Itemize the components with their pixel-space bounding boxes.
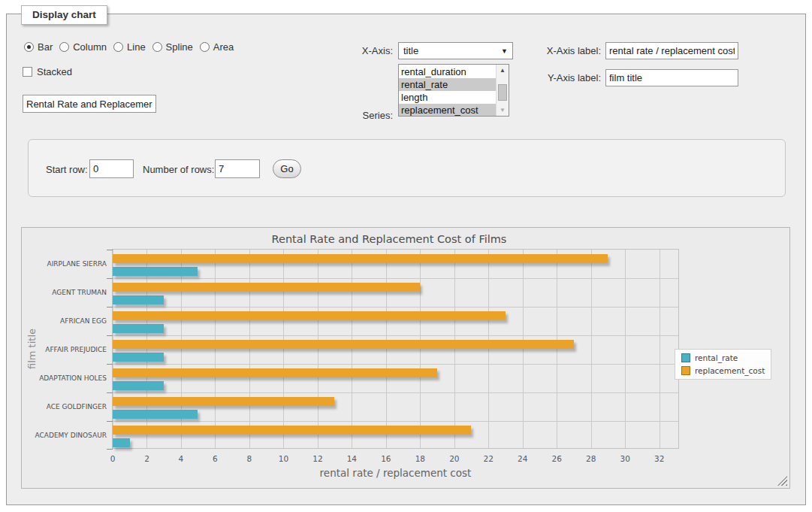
gridline-vertical [454, 250, 455, 448]
x-tick-label: 2 [131, 454, 161, 463]
scrollbar-thumb[interactable] [498, 84, 507, 101]
legend-label: rental_rate [695, 353, 738, 362]
start-row-input[interactable] [89, 159, 134, 178]
gridline-vertical [249, 250, 250, 448]
x-tick-label: 8 [234, 454, 264, 463]
x-tick-label: 16 [371, 454, 401, 463]
x-axis-label-input[interactable] [605, 42, 738, 59]
gridline-vertical [386, 250, 387, 448]
bar-rental_rate [113, 324, 164, 333]
category-label: AIRPLANE SIERRA [24, 260, 107, 268]
radio-icon[interactable] [24, 42, 34, 52]
y-tick-mark [107, 335, 113, 336]
legend-entry-rental_rate: rental_rate [681, 353, 765, 362]
legend-swatch [681, 353, 690, 362]
y-tick-mark [107, 449, 113, 450]
series-option-replacement_cost[interactable]: replacement_cost [399, 104, 496, 117]
category-label: ADAPTATION HOLES [24, 374, 107, 382]
bar-replacement_cost [113, 397, 334, 406]
chart-type-label: Column [73, 41, 107, 53]
stacked-label: Stacked [37, 66, 72, 77]
legend-entry-replacement_cost: replacement_cost [681, 366, 765, 375]
x-tick-label: 20 [439, 454, 469, 463]
y-axis-label-input[interactable] [605, 69, 738, 86]
series-option-length[interactable]: length [399, 91, 496, 104]
y-tick-mark [107, 250, 113, 250]
number-of-rows-label: Number of rows: [143, 164, 214, 175]
series-listbox-label: Series: [337, 110, 393, 121]
chart-type-line[interactable]: Line [113, 41, 146, 53]
chart-type-label: Area [213, 41, 234, 53]
chart-title: Rental Rate and Replacement Cost of Film… [22, 233, 756, 245]
chart-type-column[interactable]: Column [59, 41, 107, 53]
gridline-horizontal [113, 335, 678, 336]
chart-type-label: Spline [166, 41, 193, 53]
x-tick-label: 6 [200, 454, 230, 463]
gridline-vertical [591, 250, 592, 448]
y-tick-mark [107, 364, 113, 365]
radio-icon[interactable] [113, 42, 123, 52]
bar-rental_rate [113, 438, 130, 447]
y-tick-mark [107, 392, 113, 393]
chart-type-label: Bar [38, 41, 53, 53]
resize-handle-icon[interactable] [777, 476, 787, 486]
gridline-vertical [523, 250, 524, 448]
category-label: ACE GOLDFINGER [24, 403, 107, 411]
chart-plot-area: 02468101214161820222426283032AIRPLANE SI… [112, 249, 679, 449]
y-tick-mark [107, 278, 113, 279]
x-axis-label-label: X-Axis label: [526, 45, 601, 56]
y-tick-mark [107, 307, 113, 308]
series-option-rental_rate[interactable]: rental_rate [399, 78, 496, 91]
x-tick-label: 4 [166, 454, 196, 463]
bar-rental_rate [113, 410, 198, 419]
scrollbar-down-icon[interactable]: ▼ [497, 105, 509, 115]
stacked-checkbox[interactable] [23, 67, 32, 77]
dropdown-arrow-icon: ▼ [501, 47, 508, 55]
bar-rental_rate [113, 353, 164, 362]
x-axis-select[interactable]: title ▼ [398, 42, 513, 59]
radio-icon[interactable] [59, 42, 69, 52]
chart-type-bar[interactable]: Bar [24, 41, 53, 53]
bar-replacement_cost [113, 283, 420, 292]
x-tick-label: 24 [508, 454, 538, 463]
radio-icon[interactable] [152, 42, 162, 52]
gridline-vertical [352, 250, 352, 448]
category-label: AFFAIR PREJUDICE [24, 346, 107, 353]
radio-icon[interactable] [200, 42, 210, 52]
go-button[interactable]: Go [273, 159, 301, 178]
category-label: AGENT TRUMAN [24, 289, 107, 296]
chart-type-radio-group: BarColumnLineSplineArea [24, 41, 234, 53]
x-axis-select-label: X-Axis: [337, 45, 393, 56]
bar-replacement_cost [113, 254, 608, 263]
series-options: rental_durationrental_ratelengthreplacem… [399, 65, 496, 117]
x-tick-label: 14 [337, 454, 367, 463]
bar-replacement_cost [113, 368, 437, 377]
panel-legend: Display chart [21, 5, 107, 25]
x-tick-label: 18 [405, 454, 435, 463]
chart-x-axis-title: rental rate / replacement cost [112, 467, 679, 479]
number-of-rows-input[interactable] [215, 159, 260, 178]
gridline-vertical [283, 250, 284, 448]
legend-label: replacement_cost [695, 366, 765, 375]
series-listbox[interactable]: rental_durationrental_ratelengthreplacem… [398, 64, 509, 117]
series-scrollbar[interactable]: ▲ ▼ [496, 65, 509, 116]
x-tick-label: 26 [542, 454, 572, 463]
scrollbar-up-icon[interactable]: ▲ [497, 65, 509, 75]
category-label: AFRICAN EGG [24, 317, 107, 325]
gridline-vertical [420, 250, 421, 448]
chart-container: Rental Rate and Replacement Cost of Film… [21, 227, 790, 489]
gridline-vertical [557, 250, 557, 448]
series-option-rental_duration[interactable]: rental_duration [399, 65, 496, 78]
x-tick-label: 22 [473, 454, 503, 463]
category-label: ACADEMY DINOSAUR [24, 432, 107, 439]
stacked-option[interactable]: Stacked [23, 66, 72, 77]
bar-rental_rate [113, 267, 198, 276]
display-chart-panel: Display chart BarColumnLineSplineArea St… [6, 14, 806, 505]
chart-type-spline[interactable]: Spline [152, 41, 193, 53]
bar-replacement_cost [113, 426, 471, 435]
row-range-panel: Start row: Number of rows: Go [28, 139, 786, 197]
chart-title-input[interactable] [23, 95, 156, 113]
chart-type-area[interactable]: Area [200, 41, 234, 53]
x-tick-label: 30 [610, 454, 640, 463]
gridline-vertical [488, 250, 489, 448]
